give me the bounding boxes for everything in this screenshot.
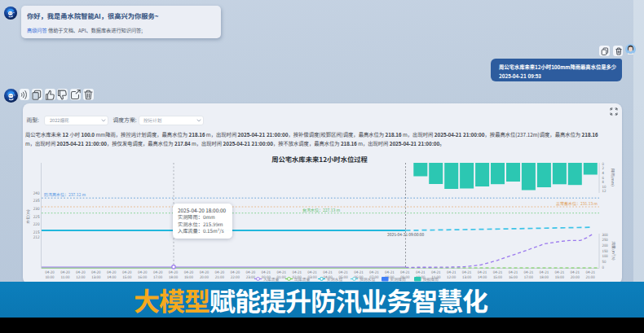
svg-text:周公宅水库未来12小时水位过程: 周公宅水库未来12小时水位过程	[271, 154, 368, 164]
svg-text:20:00: 20:00	[571, 274, 580, 279]
svg-text:200: 200	[602, 243, 609, 248]
svg-text:100: 100	[602, 253, 609, 258]
svg-text:21:00: 21:00	[586, 274, 596, 279]
svg-text:2025-04-21 09:00:00: 2025-04-21 09:00:00	[387, 231, 424, 237]
svg-text:正常蓄水位：231.13 m: 正常蓄水位：231.13 m	[556, 200, 598, 206]
svg-text:220: 220	[33, 221, 40, 226]
svg-text:19:00: 19:00	[184, 274, 194, 279]
svg-text:14:00: 14:00	[478, 274, 487, 279]
svg-text:15:00: 15:00	[122, 274, 132, 279]
svg-text:19:00: 19:00	[555, 274, 565, 279]
svg-text:10:00: 10:00	[45, 274, 55, 279]
svg-text:13:00: 13:00	[91, 274, 101, 279]
svg-text:12:00: 12:00	[76, 274, 86, 279]
svg-text:17:00: 17:00	[153, 274, 163, 279]
svg-text:300: 300	[602, 232, 609, 237]
svg-text:15:00: 15:00	[493, 274, 503, 279]
svg-text:16:00: 16:00	[138, 274, 148, 279]
svg-text:降雨(mm): 降雨(mm)	[611, 169, 616, 186]
svg-text:12: 12	[602, 188, 607, 193]
svg-text:13:00: 13:00	[462, 274, 472, 279]
svg-text:18:00: 18:00	[540, 274, 549, 279]
svg-text:20:00: 20:00	[200, 274, 210, 279]
svg-text:18:00: 18:00	[169, 274, 179, 279]
svg-text:22:00: 22:00	[231, 274, 240, 279]
svg-text:212: 212	[33, 234, 40, 239]
svg-text:21:00: 21:00	[215, 274, 225, 279]
svg-text:12:00: 12:00	[447, 274, 457, 279]
svg-text:防汛高水位：237.12 m: 防汛高水位：237.12 m	[44, 191, 86, 197]
svg-text:240: 240	[33, 191, 40, 195]
svg-text:235: 235	[33, 198, 40, 203]
svg-text:250: 250	[602, 237, 609, 242]
svg-text:230: 230	[33, 206, 40, 211]
svg-text:水位(m): 水位(m)	[24, 209, 30, 224]
svg-text:16:00: 16:00	[509, 274, 518, 279]
svg-text:0: 0	[602, 265, 605, 269]
svg-text:23:00: 23:00	[246, 274, 256, 279]
svg-text:11:00: 11:00	[60, 274, 70, 279]
svg-text:225: 225	[33, 214, 40, 219]
svg-text:台汛水位：227.13 m: 台汛水位：227.13 m	[302, 207, 340, 213]
svg-text:流量(m³/s): 流量(m³/s)	[611, 241, 617, 261]
svg-text:50: 50	[602, 259, 607, 264]
svg-text:150: 150	[602, 248, 609, 253]
svg-text:14:00: 14:00	[107, 274, 117, 279]
svg-text:17:00: 17:00	[524, 274, 534, 279]
